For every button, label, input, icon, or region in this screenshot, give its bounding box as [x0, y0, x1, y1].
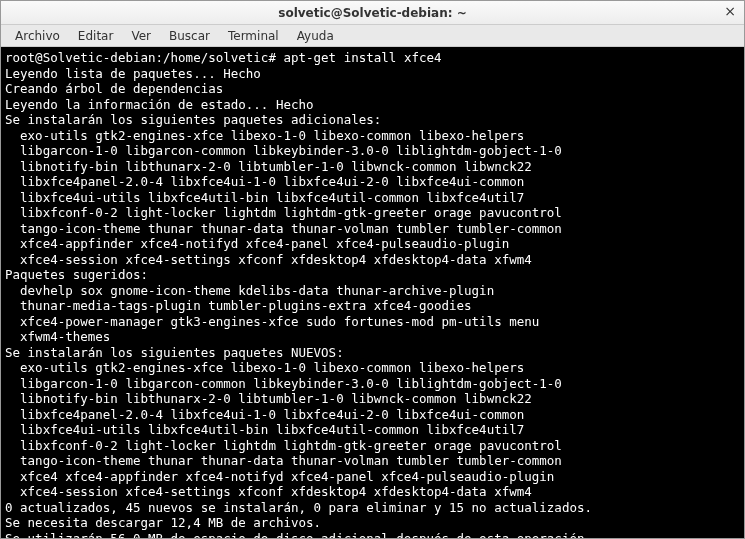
terminal-line: thunar-media-tags-plugin tumbler-plugins…	[5, 298, 472, 313]
menu-ver[interactable]: Ver	[123, 27, 159, 45]
terminal-line: xfwm4-themes	[5, 329, 110, 344]
menu-buscar[interactable]: Buscar	[161, 27, 218, 45]
terminal-line: exo-utils gtk2-engines-xfce libexo-1-0 l…	[5, 360, 524, 375]
terminal-output[interactable]: root@Solvetic-debian:/home/solvetic# apt…	[1, 47, 744, 538]
menu-ayuda[interactable]: Ayuda	[289, 27, 342, 45]
terminal-line: xfce4-session xfce4-settings xfconf xfde…	[5, 484, 532, 499]
terminal-line: devhelp sox gnome-icon-theme kdelibs-dat…	[5, 283, 494, 298]
terminal-line: Se instalarán los siguientes paquetes NU…	[5, 345, 344, 360]
terminal-line: libnotify-bin libthunarx-2-0 libtumbler-…	[5, 391, 532, 406]
menu-editar[interactable]: Editar	[70, 27, 122, 45]
terminal-line: Se utilizarán 56,0 MB de espacio de disc…	[5, 531, 592, 539]
terminal-line: Leyendo lista de paquetes... Hecho	[5, 66, 261, 81]
terminal-line: xfce4 xfce4-appfinder xfce4-notifyd xfce…	[5, 469, 554, 484]
terminal-line: Se instalarán los siguientes paquetes ad…	[5, 112, 381, 127]
terminal-line: libxfce4panel-2.0-4 libxfce4ui-1-0 libxf…	[5, 407, 524, 422]
window-title: solvetic@Solvetic-debian: ~	[278, 6, 466, 20]
terminal-line: Leyendo la información de estado... Hech…	[5, 97, 314, 112]
terminal-line: xfce4-power-manager gtk3-engines-xfce su…	[5, 314, 539, 329]
terminal-line: xfce4-session xfce4-settings xfconf xfde…	[5, 252, 532, 267]
command-text: apt-get install xfce4	[283, 50, 441, 65]
terminal-line: libnotify-bin libthunarx-2-0 libtumbler-…	[5, 159, 532, 174]
prompt: root@Solvetic-debian:/home/solvetic#	[5, 50, 276, 65]
menu-bar: Archivo Editar Ver Buscar Terminal Ayuda	[1, 25, 744, 47]
terminal-line: tango-icon-theme thunar thunar-data thun…	[5, 221, 562, 236]
terminal-line: Se necesita descargar 12,4 MB de archivo…	[5, 515, 321, 530]
terminal-line: libxfce4ui-utils libxfce4util-bin libxfc…	[5, 190, 524, 205]
terminal-line: Paquetes sugeridos:	[5, 267, 148, 282]
menu-terminal[interactable]: Terminal	[220, 27, 287, 45]
terminal-line: libxfconf-0-2 light-locker lightdm light…	[5, 205, 562, 220]
terminal-line: xfce4-appfinder xfce4-notifyd xfce4-pane…	[5, 236, 509, 251]
terminal-line: tango-icon-theme thunar thunar-data thun…	[5, 453, 562, 468]
terminal-line: libxfconf-0-2 light-locker lightdm light…	[5, 438, 562, 453]
menu-archivo[interactable]: Archivo	[7, 27, 68, 45]
terminal-line: Creando árbol de dependencias	[5, 81, 223, 96]
title-bar: solvetic@Solvetic-debian: ~ ×	[1, 1, 744, 25]
terminal-line: libxfce4ui-utils libxfce4util-bin libxfc…	[5, 422, 524, 437]
terminal-line: libxfce4panel-2.0-4 libxfce4ui-1-0 libxf…	[5, 174, 524, 189]
terminal-line: 0 actualizados, 45 nuevos se instalarán,…	[5, 500, 592, 515]
terminal-line: libgarcon-1-0 libgarcon-common libkeybin…	[5, 376, 562, 391]
terminal-window: solvetic@Solvetic-debian: ~ × Archivo Ed…	[0, 0, 745, 539]
terminal-line: exo-utils gtk2-engines-xfce libexo-1-0 l…	[5, 128, 524, 143]
close-icon[interactable]: ×	[722, 4, 738, 20]
terminal-line: libgarcon-1-0 libgarcon-common libkeybin…	[5, 143, 562, 158]
